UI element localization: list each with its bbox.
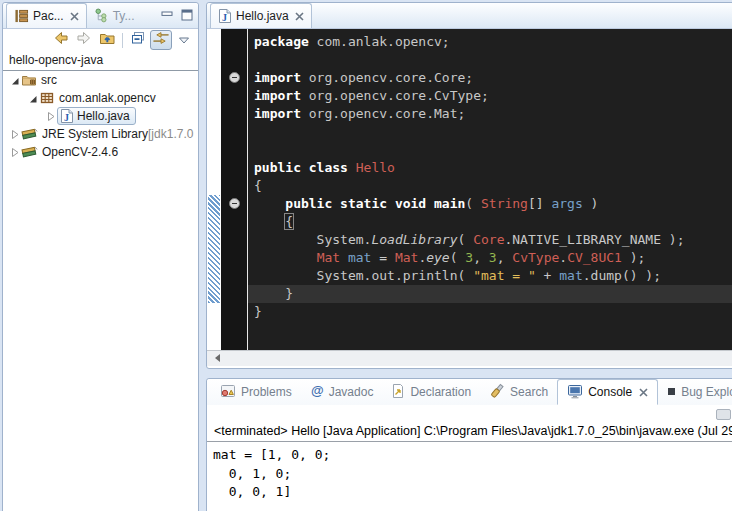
library-icon: [21, 126, 38, 142]
tab-type-hierarchy-label: Ty...: [113, 9, 135, 23]
close-icon[interactable]: [295, 12, 304, 21]
code-line: public class Hello: [248, 159, 732, 177]
problems-icon: [220, 383, 236, 402]
close-icon[interactable]: [70, 12, 79, 21]
up-icon: [99, 30, 116, 50]
editor-tabbar: J Hello.java: [207, 3, 732, 29]
code-line: [248, 141, 732, 159]
view-menu-icon: [178, 31, 190, 49]
editor-tab-label: Hello.java: [236, 9, 289, 23]
tab-search[interactable]: Search: [480, 379, 557, 405]
tree-item[interactable]: JRE System Library [jdk1.7.0: [3, 125, 198, 143]
console-output: mat = [1, 0, 0; 0, 1, 0; 0, 0, 1]: [207, 442, 732, 506]
fold-marker-icon[interactable]: [229, 198, 240, 209]
view-menu-button[interactable]: [173, 30, 195, 50]
tree-item-label: src: [41, 73, 57, 87]
close-icon[interactable]: [639, 388, 648, 397]
tab-label: Console: [588, 385, 632, 399]
svg-text:J: J: [64, 112, 69, 123]
svg-text:J: J: [222, 12, 227, 23]
minimize-button[interactable]: [158, 7, 175, 22]
tree-expand-arrow[interactable]: [9, 147, 21, 158]
library-icon: [21, 144, 38, 160]
tab-label: Bug Explorer: [681, 385, 732, 399]
code-editor[interactable]: package com.anlak.opencv;import org.open…: [248, 29, 732, 350]
tree-item[interactable]: com.anlak.opencv: [3, 89, 198, 107]
code-line: System.LoadLibrary( Core.NATIVE_LIBRARY_…: [248, 231, 732, 249]
console-toolbar-area: [207, 405, 732, 421]
link-with-editor-button[interactable]: [150, 30, 172, 50]
editor-body: package com.anlak.opencv;import org.open…: [207, 29, 732, 350]
up-button[interactable]: [96, 30, 118, 50]
tree-item-label: OpenCV-2.4.6: [42, 145, 118, 159]
search-icon: [489, 383, 505, 402]
package-explorer-toolbar: [3, 29, 198, 51]
fold-marker-icon[interactable]: [229, 72, 240, 83]
bottom-view-tabbar: Problems@JavadocDeclarationSearchConsole…: [207, 379, 732, 405]
tree-item-decoration: [jdk1.7.0: [148, 127, 193, 141]
tab-label: Declaration: [410, 385, 471, 399]
console-toolbar-button[interactable]: [716, 409, 731, 420]
tree-expand-arrow[interactable]: [45, 111, 57, 122]
code-line: public static void main( String[] args ): [248, 195, 732, 213]
tree-item[interactable]: src: [3, 71, 198, 89]
code-line: package com.anlak.opencv;: [248, 33, 732, 51]
link-with-editor-icon: [152, 30, 170, 50]
tree-expand-arrow[interactable]: [9, 129, 21, 140]
tab-javadoc[interactable]: @Javadoc: [301, 379, 383, 405]
tab-label: Search: [510, 385, 548, 399]
tree-item-label: com.anlak.opencv: [59, 91, 156, 105]
code-line: {: [248, 213, 732, 231]
collapse-all-icon: [130, 30, 146, 50]
code-line: [248, 123, 732, 141]
bug-icon: [667, 385, 676, 399]
tree-items: srccom.anlak.opencvJHello.javaJRE System…: [3, 71, 198, 161]
package-explorer-view: Pac... Ty... hello-opencv-java srccom.an…: [2, 2, 199, 511]
code-line: [248, 51, 732, 69]
tree-item-label: Hello.java: [77, 109, 130, 123]
scroll-left-icon[interactable]: [215, 354, 220, 362]
code-line: Mat mat = Mat.eye( 3, 3, CvType.CV_8UC1 …: [248, 249, 732, 267]
tab-bug-explorer[interactable]: Bug Explorer: [658, 379, 732, 405]
eclipse-window: Pac... Ty... hello-opencv-java srccom.an…: [0, 0, 732, 511]
tree-selection: JHello.java: [57, 107, 136, 125]
back-icon: [53, 30, 69, 50]
fold-gutter[interactable]: [221, 29, 248, 350]
tab-hello-java-editor[interactable]: J Hello.java: [210, 3, 312, 28]
tree-item[interactable]: OpenCV-2.4.6: [3, 143, 198, 161]
tab-package-explorer-label: Pac...: [33, 9, 64, 23]
tab-console[interactable]: Console: [557, 379, 658, 405]
back-button[interactable]: [50, 30, 72, 50]
forward-icon: [76, 30, 92, 50]
range-indicator: [208, 195, 220, 303]
toolbar-separator: [122, 33, 123, 48]
tree-expand-arrow[interactable]: [9, 75, 21, 86]
code-line: {: [248, 177, 732, 195]
tree-item[interactable]: JHello.java: [3, 107, 198, 125]
tree-root-project[interactable]: hello-opencv-java: [3, 51, 198, 71]
tab-label: Problems: [241, 385, 292, 399]
editor-horizontal-scrollbar[interactable]: [207, 350, 732, 366]
collapse-all-button[interactable]: [127, 30, 149, 50]
type-hierarchy-icon: [94, 8, 109, 23]
tree-item-label: JRE System Library: [42, 127, 148, 141]
tab-label: Javadoc: [329, 385, 374, 399]
package-explorer-tabbar: Pac... Ty...: [3, 3, 198, 29]
console-view: Problems@JavadocDeclarationSearchConsole…: [206, 378, 732, 511]
vertical-ruler[interactable]: [207, 29, 221, 350]
code-line: import org.opencv.core.Core;: [248, 69, 732, 87]
tab-problems[interactable]: Problems: [211, 379, 301, 405]
tree-expand-arrow[interactable]: [27, 93, 39, 104]
editor-area: J Hello.java package com.anlak.opencv;im…: [206, 2, 732, 369]
java-file-icon: J: [218, 8, 232, 24]
tabbar-spacer: [141, 3, 158, 28]
maximize-button[interactable]: [178, 7, 195, 22]
tab-package-explorer[interactable]: Pac...: [6, 3, 87, 28]
tab-declaration[interactable]: Declaration: [382, 379, 480, 405]
javadoc-icon: @: [310, 383, 324, 401]
project-tree: hello-opencv-java srccom.anlak.opencvJHe…: [3, 51, 198, 161]
forward-button[interactable]: [73, 30, 95, 50]
tab-type-hierarchy[interactable]: Ty...: [87, 3, 142, 28]
package-explorer-icon: [14, 9, 29, 23]
code-line: import org.opencv.core.CvType;: [248, 87, 732, 105]
